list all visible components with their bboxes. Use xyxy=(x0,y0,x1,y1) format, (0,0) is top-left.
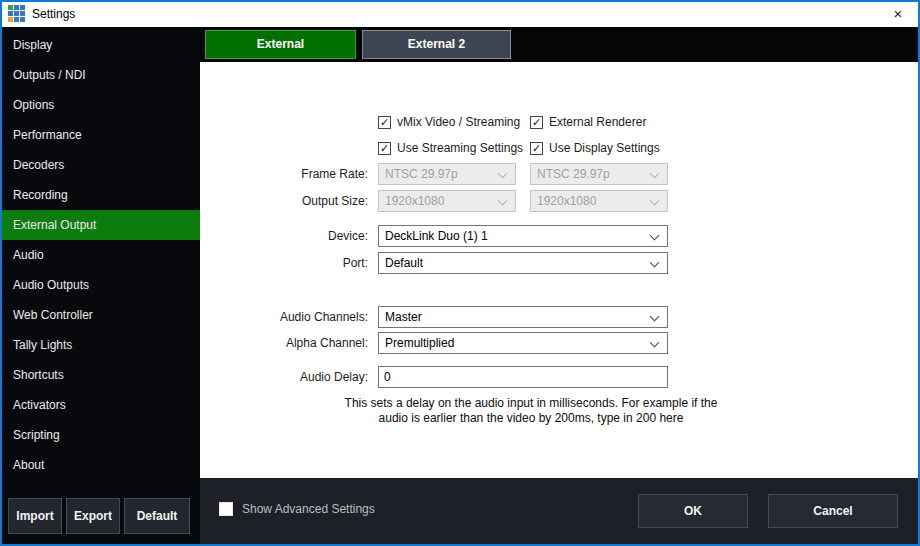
chevron-down-icon xyxy=(498,196,508,206)
output-size-dropdown-1: 1920x1080 xyxy=(378,190,516,212)
audio-channels-dropdown[interactable]: Master xyxy=(378,306,668,328)
output-size-row: Output Size: 1920x1080 1920x1080 xyxy=(200,190,918,212)
port-label: Port: xyxy=(200,252,368,274)
frame-rate-label: Frame Rate: xyxy=(200,163,368,185)
sidebar-item-tally-lights[interactable]: Tally Lights xyxy=(2,330,200,360)
use-display-settings-checkbox[interactable]: ✓ Use Display Settings xyxy=(530,140,660,156)
import-button[interactable]: Import xyxy=(8,498,62,534)
external-renderer-label: External Renderer xyxy=(549,115,646,129)
alpha-channel-label: Alpha Channel: xyxy=(200,332,368,354)
tab-external[interactable]: External xyxy=(205,30,356,59)
cancel-button[interactable]: Cancel xyxy=(768,494,898,528)
checked-checkbox-icon[interactable]: ✓ xyxy=(530,142,543,155)
ok-button[interactable]: OK xyxy=(638,494,748,528)
audio-channels-label: Audio Channels: xyxy=(200,306,368,328)
chevron-down-icon xyxy=(650,338,660,348)
title-bar: Settings × xyxy=(2,2,918,27)
window-title: Settings xyxy=(32,2,75,27)
footer-bar: Show Advanced Settings OK Cancel xyxy=(200,478,918,544)
checked-checkbox-icon[interactable]: ✓ xyxy=(530,116,543,129)
frame-rate-row: Frame Rate: NTSC 29.97p NTSC 29.97p xyxy=(200,163,918,185)
external-renderer-checkbox[interactable]: ✓ External Renderer xyxy=(530,114,646,130)
output-size-label: Output Size: xyxy=(200,190,368,212)
tab-strip: External External 2 xyxy=(200,27,918,62)
sidebar-item-scripting[interactable]: Scripting xyxy=(2,420,200,450)
default-button[interactable]: Default xyxy=(124,498,190,534)
device-label: Device: xyxy=(200,225,368,247)
checked-checkbox-icon[interactable]: ✓ xyxy=(378,116,391,129)
port-dropdown[interactable]: Default xyxy=(378,252,668,274)
audio-delay-label: Audio Delay: xyxy=(200,366,368,388)
device-dropdown[interactable]: DeckLink Duo (1) 1 xyxy=(378,225,668,247)
chevron-down-icon xyxy=(650,258,660,268)
checked-checkbox-icon[interactable]: ✓ xyxy=(378,142,391,155)
export-button[interactable]: Export xyxy=(66,498,120,534)
main-panel: External External 2 ✓ vMix Video / Strea… xyxy=(200,27,918,544)
frame-rate-dropdown-2: NTSC 29.97p xyxy=(530,163,668,185)
chevron-down-icon xyxy=(650,231,660,241)
checkbox-row-1: ✓ vMix Video / Streaming ✓ External Rend… xyxy=(200,114,918,130)
vmix-video-streaming-checkbox[interactable]: ✓ vMix Video / Streaming xyxy=(378,114,520,130)
sidebar-item-display[interactable]: Display xyxy=(2,30,200,60)
tab-external-2[interactable]: External 2 xyxy=(362,30,511,59)
audio-delay-row: Audio Delay: xyxy=(200,366,918,388)
vmix-video-streaming-label: vMix Video / Streaming xyxy=(397,115,520,129)
sidebar: Display Outputs / NDI Options Performanc… xyxy=(2,27,200,544)
sidebar-item-recording[interactable]: Recording xyxy=(2,180,200,210)
sidebar-item-outputs-ndi[interactable]: Outputs / NDI xyxy=(2,60,200,90)
sidebar-item-audio-outputs[interactable]: Audio Outputs xyxy=(2,270,200,300)
sidebar-item-external-output[interactable]: External Output xyxy=(2,210,200,240)
audio-delay-help-text: This sets a delay on the audio input in … xyxy=(340,396,722,426)
vmix-logo-icon xyxy=(8,5,26,23)
show-advanced-settings-label: Show Advanced Settings xyxy=(242,502,375,516)
close-icon[interactable]: × xyxy=(884,2,912,27)
external-output-form: ✓ vMix Video / Streaming ✓ External Rend… xyxy=(200,62,918,478)
chevron-down-icon xyxy=(498,169,508,179)
sidebar-item-options[interactable]: Options xyxy=(2,90,200,120)
device-row: Device: DeckLink Duo (1) 1 xyxy=(200,225,918,247)
audio-delay-input[interactable] xyxy=(378,366,668,388)
sidebar-item-performance[interactable]: Performance xyxy=(2,120,200,150)
sidebar-item-web-controller[interactable]: Web Controller xyxy=(2,300,200,330)
port-row: Port: Default xyxy=(200,252,918,274)
use-display-settings-label: Use Display Settings xyxy=(549,141,660,155)
use-streaming-settings-label: Use Streaming Settings xyxy=(397,141,523,155)
audio-channels-row: Audio Channels: Master xyxy=(200,306,918,328)
sidebar-item-about[interactable]: About xyxy=(2,450,200,480)
sidebar-buttons: Import Export Default xyxy=(8,498,190,534)
frame-rate-dropdown-1: NTSC 29.97p xyxy=(378,163,516,185)
sidebar-item-decoders[interactable]: Decoders xyxy=(2,150,200,180)
unchecked-checkbox-icon[interactable] xyxy=(219,502,233,516)
use-streaming-settings-checkbox[interactable]: ✓ Use Streaming Settings xyxy=(378,140,523,156)
checkbox-row-2: ✓ Use Streaming Settings ✓ Use Display S… xyxy=(200,140,918,156)
chevron-down-icon xyxy=(650,169,660,179)
sidebar-item-audio[interactable]: Audio xyxy=(2,240,200,270)
settings-window: Settings × Display Outputs / NDI Options… xyxy=(0,0,920,546)
sidebar-nav: Display Outputs / NDI Options Performanc… xyxy=(2,27,200,480)
show-advanced-settings-checkbox[interactable]: Show Advanced Settings xyxy=(219,502,375,516)
alpha-channel-dropdown[interactable]: Premultiplied xyxy=(378,332,668,354)
output-size-dropdown-2: 1920x1080 xyxy=(530,190,668,212)
alpha-channel-row: Alpha Channel: Premultiplied xyxy=(200,332,918,354)
chevron-down-icon xyxy=(650,312,660,322)
sidebar-item-shortcuts[interactable]: Shortcuts xyxy=(2,360,200,390)
sidebar-item-activators[interactable]: Activators xyxy=(2,390,200,420)
chevron-down-icon xyxy=(650,196,660,206)
